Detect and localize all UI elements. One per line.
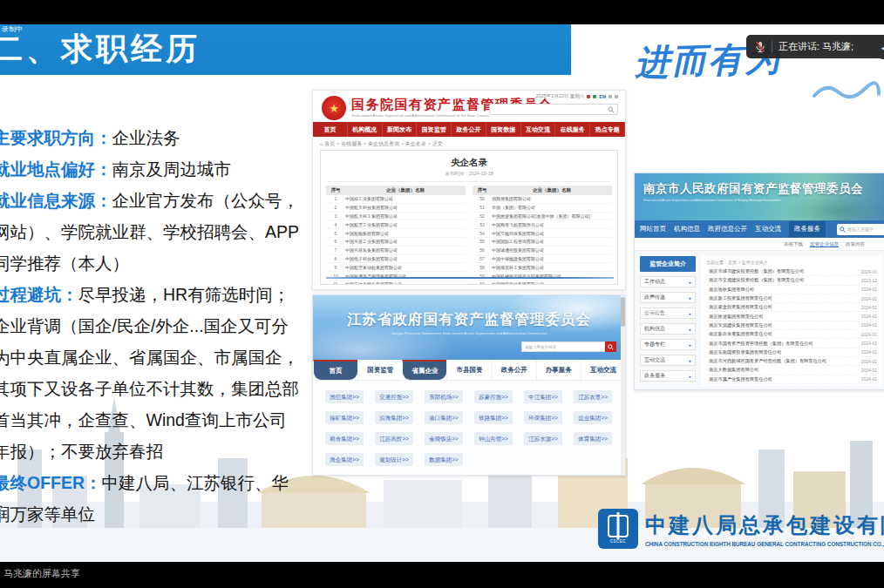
bullet-label: 就业信息来源： (0, 191, 112, 210)
jiangsu-tab-city-county[interactable]: 市县国资 (446, 360, 491, 380)
scrollbar-thumb[interactable] (621, 297, 625, 327)
soe-link-button[interactable]: 江苏农垦>> (574, 390, 612, 403)
company-link[interactable]: 南京市河西新城区国有资产经营控股（集团）有限责任公司 (706, 358, 858, 364)
sidebar-item[interactable]: 政声传递 (640, 292, 696, 303)
soe-link-button[interactable]: 江苏水源>> (524, 432, 562, 445)
soe-link-button[interactable]: 沿海集团>> (375, 411, 413, 424)
sasac-nav-item[interactable]: 机构概况 (348, 122, 383, 137)
company-link[interactable]: 南京旅游集团有限责任公司 (706, 314, 858, 320)
soe-link-button[interactable]: 徐矿集团>> (325, 411, 364, 424)
soe-link-button[interactable]: 铁路集团>> (474, 411, 513, 424)
nanjing-tab-home[interactable]: 网站首页 (640, 225, 666, 233)
sasac-nav-item[interactable]: 政务公开 (452, 122, 486, 137)
jiangsu-tab-disclosure[interactable]: 政务公开 (492, 360, 536, 380)
list-item: 南京紫金投资集团有限责任公司2024-01 (706, 303, 877, 312)
sasac-search-input[interactable] (489, 104, 618, 115)
subnav-download[interactable]: 表格下载 (784, 241, 803, 247)
sasac-nav-item[interactable]: 热点专题 (590, 122, 625, 137)
soe-link-button[interactable]: 体育集团>> (574, 432, 612, 445)
page-title: 二、求职经历 (0, 28, 201, 71)
jiangsu-tab-supervision[interactable]: 国资监管 (357, 360, 402, 380)
soe-link-button[interactable]: 环保集团>> (524, 411, 562, 424)
screen-share-label: 马兆濂的屏幕共享 (3, 567, 80, 580)
soe-link-button[interactable]: 海企集团>> (325, 453, 364, 466)
company-link[interactable]: 南京新工投资集团有限责任公司 (706, 295, 858, 301)
table-row: 8中国电子科技集团有限公司 (326, 255, 466, 264)
company-name-en: CHINA CONSTRUCTION EIGHTH BUREAU GENERAL… (645, 541, 884, 547)
calligraphy-stroke (811, 78, 881, 105)
table-row: 5中国船舶集团有限公司 (326, 229, 466, 238)
sasac-nav-item[interactable]: 国资数据 (486, 122, 521, 137)
search-button[interactable] (605, 341, 616, 352)
jiangsu-tab-provincial-soe[interactable]: 省属企业 (402, 360, 446, 380)
table-row: 53中国商用飞机有限责任公司 (473, 220, 612, 229)
sasac-nav-item[interactable]: 互动交流 (521, 122, 556, 137)
nanjing-tab-org-info[interactable]: 机构信息 (674, 225, 700, 233)
mobile-icon[interactable] (615, 95, 618, 98)
list-item: 南京市河西新城区国有资产经营控股（集团）有限责任公司2024-01 (706, 357, 877, 366)
sidebar-item[interactable]: 政务服务 (640, 370, 696, 382)
nanjing-tab-disclosure[interactable]: 政府信息公开 (708, 225, 747, 233)
accessibility-icon[interactable] (609, 95, 612, 98)
list-item: 南京市城市建设投资控股（集团）有限责任公司2024-01 (706, 267, 877, 276)
nanjing-search-input[interactable]: 请输入关键字 (837, 224, 884, 235)
slide-section-divider (326, 277, 614, 279)
soe-link-button[interactable]: 交通控股>> (375, 390, 413, 403)
sidebar-item[interactable]: 公示公告 (640, 308, 696, 319)
soe-link-button[interactable]: 钟山宾馆>> (474, 432, 513, 445)
sidebar-item-soe-intro[interactable]: 监管企业简介 (640, 256, 696, 272)
jiangsu-tab-services[interactable]: 办事服务 (536, 360, 581, 380)
table-row: 60中国钢研科技集团有限公司 (473, 280, 612, 285)
soe-link-button[interactable]: 中江集团>> (524, 390, 562, 403)
company-link[interactable]: 南京安居建设集团有限责任公司 (706, 322, 858, 328)
sidebar-item[interactable]: 工作动态 (640, 276, 696, 287)
jiangsu-tab-home[interactable]: 首页 (313, 360, 357, 380)
sasac-nav-item[interactable]: 国资监管 (417, 122, 452, 137)
soe-link-button[interactable]: 规划设计>> (375, 453, 413, 466)
subnav-policy[interactable]: 政策问答 (846, 241, 865, 247)
bullet-text: 润万家等单位 (0, 504, 95, 524)
soe-link-button[interactable]: 金陵饭店>> (425, 432, 463, 445)
company-link[interactable]: 南京市交通建设投资控股（集团）有限责任公司 (706, 277, 858, 283)
soe-link-button[interactable]: 盐业集团>> (574, 411, 612, 424)
company-link[interactable]: 南京大数据集团有限公司 (706, 367, 858, 373)
subnav-soe-info[interactable]: 监管企业信息 (810, 241, 839, 247)
soe-link-button[interactable]: 港口集团>> (425, 411, 463, 424)
table-row: 52中国旅游集团有限公司[香港中旅（集团）有限公司] (473, 213, 612, 221)
wechat-icon[interactable] (593, 95, 596, 98)
sidebar-item[interactable]: 专题专栏 (640, 339, 696, 350)
search-input[interactable]: 请输入搜索关键词 (521, 341, 605, 352)
company-link[interactable]: 南京市国有资产投资管理控股（集团）有限责任公司 (706, 341, 858, 347)
soe-link-button[interactable]: 江苏高投>> (375, 432, 413, 445)
language-toggle[interactable]: EN (599, 94, 606, 99)
company-link[interactable]: 南京市属产业集团有限责任公司 (706, 376, 858, 382)
list-item: 南京安居建设集团有限责任公司2024-01 (706, 321, 877, 330)
company-link[interactable]: 南京紫金投资集团有限责任公司 (706, 304, 858, 310)
soe-link-button[interactable]: 粮食集团>> (325, 432, 364, 445)
soe-link-button[interactable]: 数据集团>> (425, 453, 463, 466)
company-link[interactable]: 南京地铁集团有限公司 (706, 287, 858, 293)
company-link[interactable]: 南京东南国资投资集团有限责任公司 (706, 349, 858, 355)
company-link[interactable]: 南京市城市建设投资控股（集团）有限责任公司 (706, 268, 858, 274)
sasac-nav-item[interactable]: 在线服务 (555, 122, 590, 137)
sidebar-item[interactable]: 互动交流 (640, 355, 696, 366)
slide-text-line: 就业信息来源：企业官方发布（公众号， (0, 185, 321, 216)
soe-link-button[interactable]: 国信集团>> (325, 390, 364, 403)
soe-link-button[interactable]: 苏豪控股>> (474, 390, 513, 403)
publish-date: 2024-01 (861, 359, 877, 364)
scrollbar[interactable] (621, 295, 625, 475)
table-row: 2中国航天科技集团有限公司 (326, 204, 466, 213)
publish-date: 2024-01 (861, 322, 877, 328)
jiangsu-tab-interaction[interactable]: 互动交流 (581, 360, 625, 380)
nanjing-tab-services[interactable]: 政务服务 (789, 221, 826, 237)
sasac-nav-item[interactable]: 新闻发布 (383, 122, 418, 137)
soe-link-button[interactable]: 东部机场>> (425, 390, 463, 403)
sidebar-item[interactable]: 机构信息 (640, 323, 696, 335)
nanjing-body: 监管企业简介 工作动态政声传递公示公告机构信息专题专栏互动交流政务服务 当前位置… (635, 251, 884, 390)
weibo-icon[interactable] (587, 95, 590, 98)
sasac-nav-item[interactable]: 首页 (313, 122, 348, 137)
bottom-letterbox-bar: 马兆濂的屏幕共享 (0, 562, 884, 588)
nanjing-tab-interaction[interactable]: 互动交流 (755, 225, 781, 233)
cscec-footer-brand: CSCEC 中建八局总承包建设有限公司 CHINA CONSTRUCTION E… (598, 509, 884, 549)
company-link[interactable]: 南京新农发展集团有限责任公司 (706, 331, 858, 337)
